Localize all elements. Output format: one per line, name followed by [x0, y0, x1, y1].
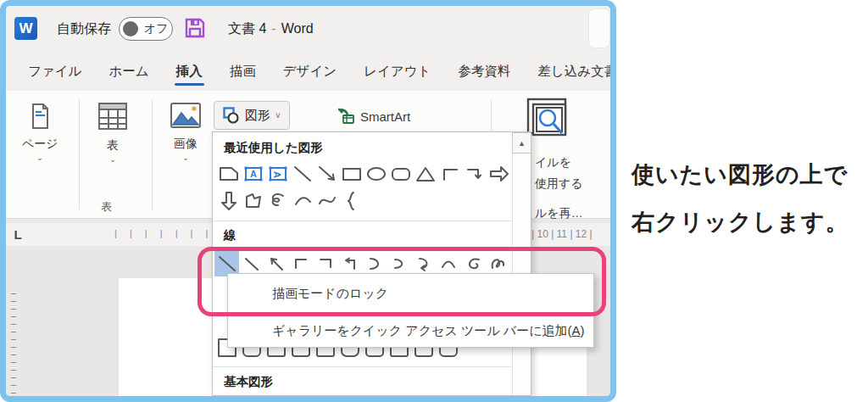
autosave-toggle[interactable]: オフ — [119, 17, 173, 41]
shape-elbow-connector[interactable] — [437, 161, 462, 187]
shape-snip-rectangle[interactable] — [216, 161, 241, 187]
table-group-label: 表 — [101, 199, 112, 215]
shape-right-arrow[interactable] — [487, 161, 511, 187]
title-bar: W 自動保存 オフ 文書 4-Word — [6, 6, 610, 52]
shapes-button[interactable]: 図形 ˅ — [214, 101, 290, 130]
instruction-caption: 使いたい図形の上で 右クリックします。 — [632, 151, 849, 246]
caption-line-2: 右クリックします。 — [632, 198, 849, 246]
pictures-label: 画像 — [174, 137, 198, 152]
ribbon-group-divivder — [152, 99, 153, 209]
tab-references[interactable]: 参考資料 — [444, 63, 524, 91]
scroll-up-arrow-icon[interactable]: ▲ — [512, 132, 531, 154]
context-menu: 描画モードのロック ギャラリーをクイック アクセス ツール バーに追加(A) — [227, 273, 594, 348]
save-icon[interactable] — [184, 17, 206, 42]
shape-line-arrow[interactable] — [314, 161, 339, 187]
ribbon-tab-bar: ファイル ホーム 挿入 描画 デザイン レイアウト 参考資料 差し込み文書 — [6, 52, 610, 91]
autosave-state: オフ — [144, 21, 169, 36]
tab-design[interactable]: デザイン — [270, 63, 350, 91]
chevron-down-icon: ⌄ — [182, 154, 189, 162]
lines-header: 線 — [224, 227, 236, 243]
shape-scribble[interactable] — [265, 188, 290, 214]
recent-shapes-header: 最近使用した図形 — [224, 140, 323, 156]
shape-down-arrow[interactable] — [216, 188, 241, 214]
dropdown-section-divider — [213, 366, 512, 367]
shape-rectangle[interactable] — [339, 161, 364, 187]
chevron-down-icon: ˅ — [275, 111, 281, 120]
reuse-label-fragment: 使用する — [535, 176, 583, 192]
smartart-label: SmartArt — [360, 109, 410, 124]
title-separator: - — [266, 21, 281, 36]
shape-elbow-arrow-connector[interactable] — [462, 161, 487, 187]
smartart-icon — [337, 108, 355, 125]
tab-file[interactable]: ファイル — [14, 63, 95, 91]
caption-line-1: 使いたい図形の上で — [632, 151, 849, 198]
menu-item-lock-drawing-mode[interactable]: 描画モードのロック — [228, 274, 593, 313]
shapes-dropdown-panel: 最近使用した図形 A A — [212, 131, 531, 396]
tab-stop-selector-icon[interactable]: L — [10, 226, 25, 243]
shape-freeform[interactable] — [241, 188, 265, 214]
word-window-screenshot: W 自動保存 オフ 文書 4-Word ファイル ホーム 挿入 描画 — [0, 0, 616, 402]
ribbon-group-divider — [79, 99, 80, 209]
smartart-button[interactable]: SmartArt — [337, 108, 410, 125]
document-title: 文書 4-Word — [228, 20, 314, 38]
shape-arc[interactable] — [290, 188, 314, 214]
table-icon — [96, 99, 130, 133]
shape-triangle[interactable] — [413, 161, 437, 187]
shapes-icon — [223, 107, 240, 124]
picture-icon — [169, 101, 203, 131]
ruler-numbers: | 10 | 11 | 12 | — [531, 228, 593, 240]
shape-vertical-text-box[interactable]: A — [265, 161, 290, 187]
vertical-ruler — [8, 293, 16, 394]
shape-left-brace[interactable] — [339, 188, 364, 214]
tab-draw[interactable]: 描画 — [216, 63, 270, 91]
shape-text-box[interactable]: A — [241, 161, 265, 187]
app-name: Word — [281, 21, 314, 36]
svg-text:A: A — [250, 169, 257, 179]
svg-text:A: A — [272, 171, 282, 178]
autosave-label: 自動保存 — [57, 20, 111, 38]
tab-layout[interactable]: レイアウト — [350, 63, 444, 91]
tab-mailings[interactable]: 差し込み文書 — [524, 63, 616, 91]
pictures-button[interactable]: 画像 ⌄ — [159, 101, 213, 162]
word-app-icon: W — [14, 17, 37, 40]
tab-home[interactable]: ホーム — [95, 63, 162, 91]
menu-item-add-to-quick-access[interactable]: ギャラリーをクイック アクセス ツール バーに追加(A) — [228, 314, 593, 348]
menu-item-label: 描画モードのロック — [272, 286, 388, 302]
titlebar-corner-button[interactable] — [588, 8, 610, 48]
reuse-label-fragment: イルを — [535, 155, 571, 170]
shapes-label: 図形 — [245, 108, 270, 124]
shape-curve[interactable] — [314, 188, 339, 214]
pages-button[interactable]: ページ ⌄ — [13, 101, 67, 162]
shape-line[interactable] — [290, 161, 314, 187]
recent-shapes-row-1: A A — [216, 161, 511, 187]
dropdown-scrollbar[interactable]: ▲ — [512, 132, 531, 395]
chevron-down-icon: ⌄ — [36, 154, 43, 162]
doc-name: 文書 4 — [228, 21, 266, 36]
shape-rounded-rectangle[interactable] — [388, 161, 413, 187]
pages-label: ページ — [22, 137, 58, 152]
page-icon — [25, 101, 54, 131]
chevron-down-icon: ⌄ — [109, 155, 116, 164]
toggle-knob-icon — [123, 21, 138, 36]
dropdown-section-divider — [213, 221, 512, 221]
recent-shapes-row-2 — [216, 188, 364, 214]
basic-shapes-header: 基本図形 — [224, 374, 273, 390]
table-label: 表 — [107, 138, 119, 154]
table-button[interactable]: 表 ⌄ — [86, 99, 140, 164]
menu-item-label: ギャラリーをクイック アクセス ツール バーに追加(A) — [272, 323, 585, 339]
shape-oval[interactable] — [364, 161, 388, 187]
tab-insert[interactable]: 挿入 — [163, 63, 216, 91]
